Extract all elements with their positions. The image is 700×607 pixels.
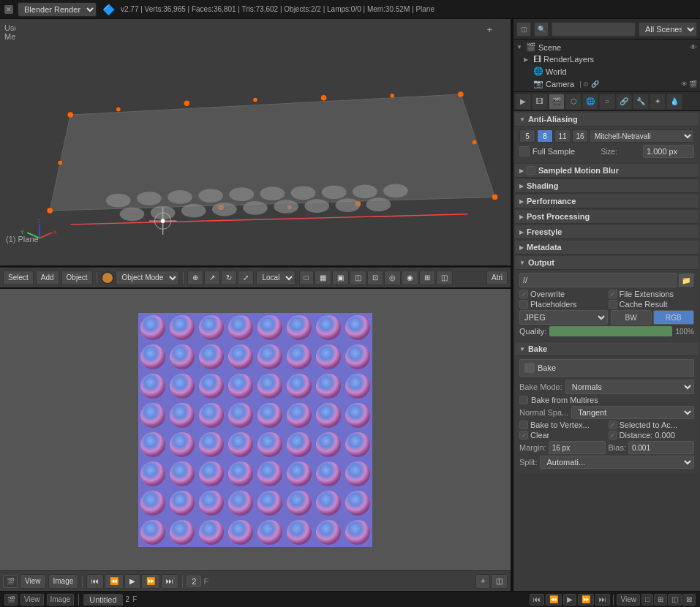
normal-space-select[interactable]: Tangent — [571, 406, 694, 419]
object-button[interactable]: Object — [61, 271, 93, 285]
overwrite-check[interactable]: ✓ — [519, 290, 528, 298]
bake-to-vertex-check[interactable] — [519, 421, 528, 429]
scenes-select[interactable]: All Scenes — [639, 22, 697, 37]
path-folder-btn[interactable]: 📁 — [678, 273, 694, 287]
size-field[interactable]: 1.000 px — [643, 145, 694, 158]
format-select[interactable]: JPEG — [519, 310, 608, 325]
bottom-icon-a[interactable]: □ — [641, 594, 653, 606]
view-icon-7[interactable]: ◉ — [402, 271, 418, 285]
play-btn[interactable]: ▶ — [124, 574, 140, 589]
bake-mode-select[interactable]: Normals — [565, 380, 694, 394]
zoom-btn[interactable]: + — [475, 574, 490, 589]
image-toolbar-icon[interactable]: 🎬 — [3, 575, 18, 588]
freestyle-header[interactable]: ▶ Freestyle · · · — [515, 225, 699, 239]
add-button[interactable]: Add — [36, 271, 59, 285]
search-bar[interactable] — [552, 22, 636, 37]
cache-result-check[interactable] — [609, 300, 617, 309]
smb-check[interactable] — [527, 166, 535, 175]
path-input[interactable]: // — [519, 273, 677, 287]
arrow-icon[interactable]: ↗ — [204, 271, 220, 285]
transform-icon[interactable]: ⊕ — [187, 271, 203, 285]
header-icon-btn-2[interactable]: 🔍 — [534, 22, 549, 37]
tab-render[interactable]: 🎬 — [549, 94, 565, 110]
view-icon-3[interactable]: ▣ — [332, 271, 349, 285]
tree-item-renderlayers[interactable]: ▶ 🎞 RenderLayers — [513, 53, 700, 65]
output-header[interactable]: ▼ Output · · · — [515, 256, 699, 270]
bw-btn[interactable]: BW — [611, 310, 652, 325]
view-menu-button[interactable]: View — [20, 574, 46, 589]
metadata-header[interactable]: ▶ Metadata · · · — [515, 241, 699, 255]
bottom-nav-4[interactable]: ⏩ — [578, 594, 594, 606]
image-menu-button[interactable]: Image — [48, 574, 79, 589]
bottom-tab[interactable]: Untitled — [83, 594, 122, 606]
bias-field[interactable]: 0.001 — [628, 441, 694, 454]
anti-aliasing-header[interactable]: ▼ Anti-Aliasing · · · — [515, 113, 699, 127]
viewport-3d[interactable]: User Ortho Meters — [0, 19, 512, 267]
bottom-view-btn2[interactable]: View — [617, 594, 640, 606]
view-icon-1[interactable]: □ — [299, 271, 314, 285]
view-icon-8[interactable]: ⊞ — [419, 271, 435, 285]
view-icon-4[interactable]: ◫ — [350, 271, 366, 285]
close-button[interactable]: ✕ — [4, 5, 13, 14]
split-select[interactable]: Automati... — [540, 456, 694, 469]
bottom-nav-5[interactable]: ⏭ — [595, 594, 610, 606]
bottom-nav-1[interactable]: ⏮ — [530, 594, 544, 606]
clear-check[interactable]: ✓ — [519, 431, 528, 440]
tab-world[interactable]: 🌐 — [582, 94, 598, 110]
view-icon-5[interactable]: ⊡ — [367, 271, 383, 285]
play-prev-btn[interactable]: ⏪ — [105, 574, 124, 589]
shading-header[interactable]: ▶ Shading · · · — [515, 179, 699, 193]
bottom-icon-d[interactable]: ⊠ — [682, 594, 696, 606]
rgb-btn[interactable]: RGB — [653, 310, 694, 325]
performance-header[interactable]: ▶ Performance · · · — [515, 195, 699, 208]
aa-btn-8[interactable]: 8 — [537, 129, 553, 143]
mode-select[interactable]: Object Mode — [116, 271, 179, 285]
play-start-btn[interactable]: ⏮ — [86, 574, 104, 589]
tree-item-world[interactable]: 🌐 World — [513, 65, 700, 78]
bake-header[interactable]: ▼ Bake · · · — [515, 342, 699, 356]
tab-physics[interactable]: 💧 — [666, 94, 682, 110]
local-select[interactable]: Local — [256, 271, 296, 285]
image-canvas[interactable] — [0, 289, 511, 570]
selected-to-ac-check[interactable]: ✓ — [609, 421, 617, 429]
post-processing-header[interactable]: ▶ Post Processing · · · — [515, 210, 699, 224]
rotate-icon[interactable]: ↻ — [221, 271, 237, 285]
bottom-icon-btn[interactable]: 🎬 — [4, 594, 18, 606]
bottom-icon-c[interactable]: ◫ — [668, 594, 682, 606]
quality-bar[interactable] — [549, 326, 672, 336]
tab-object[interactable]: ○ — [599, 94, 615, 110]
bake-from-multires-check[interactable] — [519, 396, 528, 404]
aa-btn-5[interactable]: 5 — [519, 129, 535, 143]
frame-number[interactable]: 2 — [187, 576, 201, 587]
view-icon-6[interactable]: ◎ — [384, 271, 401, 285]
play-next-btn[interactable]: ⏩ — [141, 574, 160, 589]
header-icon-btn-1[interactable]: ◫ — [516, 22, 531, 37]
tab-render-layers[interactable]: 🎞 — [532, 94, 548, 110]
view-icon-2[interactable]: ▦ — [315, 271, 331, 285]
tab-particles[interactable]: ✦ — [650, 94, 666, 110]
tree-item-camera[interactable]: 📷 Camera | ⊙ 🔗 👁 🎬 — [513, 78, 700, 90]
render-engine-select[interactable]: Blender Render — [18, 2, 97, 17]
bottom-nav-2[interactable]: ⏪ — [546, 594, 562, 606]
full-sample-check[interactable] — [519, 146, 530, 157]
tab-render-settings[interactable]: ▶ — [515, 94, 531, 110]
tree-item-scene[interactable]: ▼ 🎬 Scene 👁 — [513, 41, 700, 53]
view-type-btn[interactable]: ◫ — [491, 574, 508, 589]
bottom-image-btn[interactable]: Image — [47, 594, 75, 606]
placeholders-check[interactable] — [519, 300, 528, 309]
scale-icon[interactable]: ⤢ — [238, 271, 254, 285]
margin-field[interactable]: 16 px — [549, 441, 606, 454]
bottom-nav-3[interactable]: ▶ — [563, 594, 576, 606]
bottom-view-btn[interactable]: View — [20, 594, 44, 606]
bake-button[interactable]: Bake — [519, 359, 694, 377]
tab-modifiers[interactable]: 🔧 — [633, 94, 649, 110]
play-end-btn[interactable]: ⏭ — [161, 574, 178, 589]
view-icon-9[interactable]: ◫ — [436, 271, 453, 285]
aa-btn-16[interactable]: 16 — [572, 129, 588, 143]
aa-filter-select[interactable]: Mitchell-Netravali — [590, 129, 694, 143]
file-ext-check[interactable]: ✓ — [609, 290, 617, 298]
bottom-icon-b[interactable]: ⊞ — [654, 594, 667, 606]
distance-check[interactable]: ✓ — [609, 431, 617, 440]
sampled-motion-blur-header[interactable]: ▶ Sampled Motion Blur · · · — [515, 164, 699, 178]
atri-button[interactable]: Atri — [486, 271, 508, 285]
